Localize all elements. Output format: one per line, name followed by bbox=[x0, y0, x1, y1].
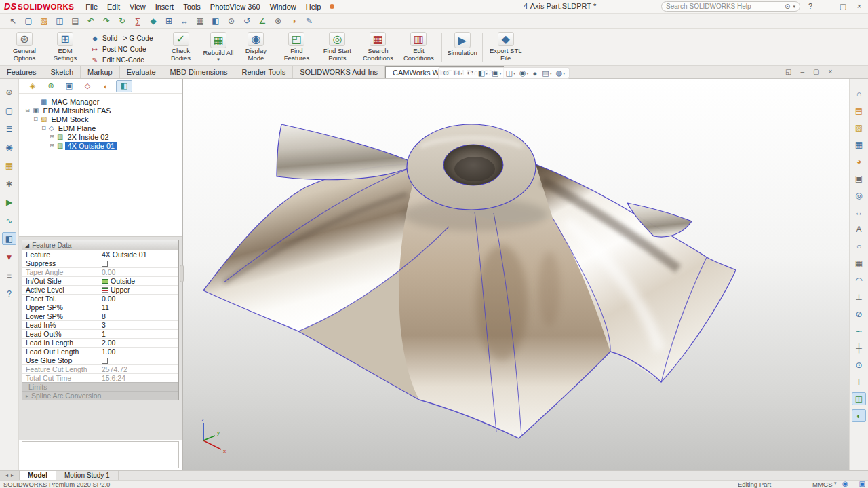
zebra-stripes-icon[interactable]: ◫ bbox=[852, 392, 866, 405]
tree-item-4x-outside-01[interactable]: ⊞ ▥ 4X Outside 01 bbox=[19, 141, 182, 150]
tree-item-edm-plane[interactable]: ⊟ ◇ EDM Plane bbox=[19, 124, 182, 132]
simulation-button[interactable]: ▶ Simulation bbox=[445, 30, 479, 65]
tab-render-tools[interactable]: Render Tools bbox=[235, 66, 294, 78]
dimxpert-manager-tab[interactable]: ◇ bbox=[79, 80, 96, 92]
property-row-lower-sp[interactable]: Lower SP% 8 bbox=[22, 312, 178, 320]
rebuild-icon[interactable]: ↻ bbox=[115, 14, 130, 27]
custom-properties-icon[interactable]: ▣ bbox=[852, 172, 866, 185]
collapse-expander-icon[interactable]: ⊟ bbox=[33, 116, 39, 122]
search-conditions-button[interactable]: ▦ Search Conditions bbox=[357, 30, 398, 65]
property-row-feature[interactable]: Feature 4X Outside 01 bbox=[22, 250, 178, 259]
restore-icon[interactable]: ▢ bbox=[837, 2, 848, 11]
open-file-icon[interactable]: ▧ bbox=[37, 14, 52, 27]
edit-conditions-button[interactable]: ▥ Edit Conditions bbox=[398, 30, 439, 65]
restore-doc-icon[interactable]: ▢ bbox=[813, 68, 819, 75]
redo-icon[interactable]: ↷ bbox=[99, 14, 114, 27]
rebuild-all-button[interactable]: ▦ Rebuild All ▾ bbox=[201, 30, 236, 65]
tab-mbd-dimensions[interactable]: MBD Dimensions bbox=[163, 66, 235, 78]
new-window-icon[interactable]: ◱ bbox=[785, 68, 791, 75]
tools-icon[interactable]: ✱ bbox=[2, 177, 16, 190]
expand-expander-icon[interactable]: ⊞ bbox=[49, 143, 55, 149]
status-globe-icon[interactable]: ◉ bbox=[842, 480, 848, 487]
edit-nc-code-button[interactable]: ✎ Edit NC-Code bbox=[88, 55, 155, 64]
zoom-icon[interactable]: ⊙ bbox=[224, 14, 239, 27]
dimension-tool-icon[interactable]: ↔ bbox=[852, 206, 866, 219]
property-row-in-out-side[interactable]: In/Out Side Outside bbox=[22, 276, 178, 285]
section-spline-arc-conversion[interactable]: ▸ Spline Arc Conversion bbox=[22, 391, 178, 400]
centerline-icon[interactable]: ┼ bbox=[852, 341, 866, 354]
close-doc-icon[interactable]: × bbox=[828, 68, 832, 75]
tree-item-edm-mitsubishi-fas[interactable]: ⊟ ▣ EDM Mitsubishi FAS bbox=[19, 106, 182, 115]
table-tool-icon[interactable]: ▦ bbox=[852, 257, 866, 269]
feature-manager-tab[interactable]: ◈ bbox=[24, 80, 41, 92]
feature-data-header[interactable]: ◢ Feature Data bbox=[22, 240, 178, 250]
search-input[interactable] bbox=[666, 3, 782, 10]
print-icon[interactable]: ▤ bbox=[68, 14, 83, 27]
minimize-doc-icon[interactable]: – bbox=[800, 68, 804, 75]
menu-item[interactable]: PhotoView 360 bbox=[205, 1, 265, 12]
note-icon[interactable]: A bbox=[852, 223, 866, 236]
camworks-manager-tab[interactable]: ◧ bbox=[116, 80, 132, 92]
units-caret-icon[interactable]: ▾ bbox=[834, 481, 837, 486]
property-row-lead-out-length[interactable]: Lead Out Length 1.00 bbox=[22, 347, 178, 356]
design-library-icon[interactable]: ▤ bbox=[852, 104, 866, 117]
pattern-icon[interactable]: ⊞ bbox=[161, 14, 176, 27]
scroll-tabs-left-icon[interactable]: ◂ bbox=[5, 472, 8, 478]
tags-icon[interactable]: ▣ bbox=[859, 480, 865, 487]
property-row-taper-angle[interactable]: Taper Angle 0.00 bbox=[22, 267, 178, 276]
simulate-icon[interactable]: ▶ bbox=[2, 195, 16, 208]
equations-icon[interactable]: ∑ bbox=[130, 14, 145, 27]
feature-tree-icon[interactable]: ≣ bbox=[2, 122, 16, 135]
point-icon[interactable]: ⊙ bbox=[852, 358, 866, 371]
display-style-icon[interactable]: ◫▾ bbox=[505, 69, 517, 77]
tab-sketch[interactable]: Sketch bbox=[43, 66, 81, 78]
search-box[interactable]: ⊙ ▾ bbox=[661, 1, 800, 12]
general-options-button[interactable]: ⊛ General Options bbox=[4, 30, 45, 65]
new-mac-icon[interactable]: ▢ bbox=[2, 104, 16, 117]
property-row-lead-out[interactable]: Lead Out% 1 bbox=[22, 329, 178, 338]
tab-model[interactable]: Model bbox=[20, 471, 56, 480]
configuration-manager-tab[interactable]: ▣ bbox=[61, 80, 77, 92]
property-row-lead-in[interactable]: Lead In% 3 bbox=[22, 320, 178, 329]
property-row-lead-in-length[interactable]: Lead In Length 2.00 bbox=[22, 338, 178, 347]
section-icon[interactable]: ◧ bbox=[208, 14, 223, 27]
menu-item[interactable]: Edit bbox=[102, 1, 125, 12]
suppress-checkbox[interactable] bbox=[102, 261, 108, 267]
measure-icon[interactable]: ∠ bbox=[255, 14, 270, 27]
check-bodies-button[interactable]: ✓ Check Bodies bbox=[161, 30, 201, 65]
view-settings-icon[interactable]: ◍▾ bbox=[555, 69, 567, 77]
help-icon[interactable]: ? bbox=[805, 2, 816, 11]
apply-scene-icon[interactable]: ▤▾ bbox=[540, 69, 553, 77]
dimension-icon[interactable]: ↔ bbox=[177, 14, 192, 27]
menu-item[interactable]: Tools bbox=[178, 1, 205, 12]
materials-icon[interactable]: ◆ bbox=[146, 14, 161, 27]
hide-show-items-icon[interactable]: ◉▾ bbox=[518, 69, 530, 77]
camera-icon[interactable]: ◐ bbox=[852, 409, 866, 422]
section-limits[interactable]: Limits bbox=[22, 382, 178, 391]
collapse-expander-icon[interactable]: ⊟ bbox=[41, 125, 47, 131]
camworks-options-icon[interactable]: ⊛ bbox=[2, 86, 16, 98]
stock-icon[interactable]: ▦ bbox=[2, 159, 16, 172]
nc-list-icon[interactable]: ≡ bbox=[2, 269, 16, 282]
tolerance-icon[interactable]: ⊘ bbox=[852, 307, 866, 320]
close-icon[interactable]: × bbox=[854, 2, 865, 11]
pin-menu-icon[interactable] bbox=[330, 4, 334, 9]
table-icon[interactable]: ▦ bbox=[193, 14, 208, 27]
menu-item[interactable]: View bbox=[125, 1, 151, 12]
menu-item[interactable]: Insert bbox=[151, 1, 179, 12]
collapse-icon[interactable]: ◢ bbox=[25, 242, 29, 248]
property-row-upper-sp[interactable]: Upper SP% 11 bbox=[22, 303, 178, 312]
home-icon[interactable]: ⌂ bbox=[852, 87, 866, 100]
wire-path-icon[interactable]: ∿ bbox=[2, 214, 16, 227]
view-palette-icon[interactable]: ▦ bbox=[852, 138, 866, 151]
property-row-total-cut-time[interactable]: Total Cut Time 15:6:24 bbox=[22, 373, 178, 382]
property-manager-tab[interactable]: ⊕ bbox=[43, 80, 59, 92]
active-tool-icon[interactable]: ◧ bbox=[2, 232, 16, 245]
edit-appearance-icon[interactable]: ● bbox=[532, 69, 540, 77]
options-icon[interactable]: ⊛ bbox=[271, 14, 285, 27]
undo-icon[interactable]: ↶ bbox=[83, 14, 98, 27]
tree-item-edm-stock[interactable]: ⊟ ▧ EDM Stock bbox=[19, 115, 182, 124]
menu-item[interactable]: File bbox=[81, 1, 102, 12]
expand-icon[interactable]: ▸ bbox=[26, 393, 28, 399]
menu-item[interactable]: Window bbox=[265, 1, 301, 12]
